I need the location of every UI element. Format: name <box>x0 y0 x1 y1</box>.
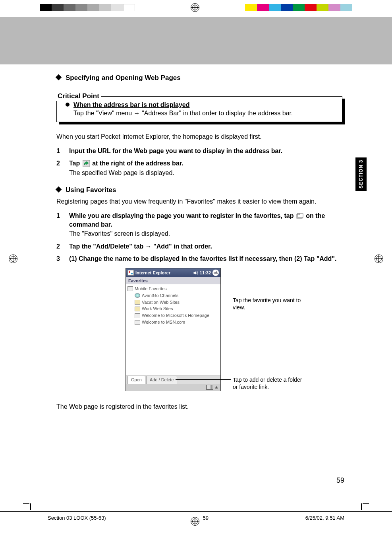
globe-icon <box>135 293 140 298</box>
pda-favorites-list: Mobile Favorites AvantGo Channels Vacati… <box>126 284 220 375</box>
doc-icon <box>127 286 133 291</box>
critical-point-box: Critical Point When the address bar is n… <box>56 96 342 122</box>
ok-button[interactable]: ok <box>212 270 219 276</box>
windows-flag-icon <box>127 270 134 276</box>
speaker-icon: ◀ξ <box>193 270 198 276</box>
list-item-label: Work Web Sites <box>142 306 173 312</box>
tab-open[interactable]: Open <box>127 376 145 384</box>
keyboard-icon[interactable] <box>206 385 213 390</box>
favorites-folder-icon <box>296 213 303 219</box>
bullet-icon <box>66 103 70 107</box>
tab-add-delete[interactable]: Add / Delete <box>146 376 178 384</box>
pda-screenshot-area: Internet Explorer ◀ξ 11:32 ok Favorites … <box>56 268 342 395</box>
fav-step-1: 1 While you are displaying the page you … <box>56 212 342 238</box>
step-2-sub: The specified Web page is displayed. <box>69 169 342 177</box>
svg-rect-3 <box>297 214 299 215</box>
callout-2: Tap to add or delete a folder or favorit… <box>233 376 304 390</box>
doc-icon <box>135 320 140 325</box>
heading-text: Specifying and Opening Web Pages <box>66 74 181 82</box>
step-2-text-b: at the right of the address bar. <box>92 160 183 167</box>
step-2-text-a: Tap <box>69 160 80 167</box>
step-1: 1 Input the URL for the Web page you wan… <box>56 147 342 155</box>
fav-step-2: 2 Tap the "Add/Delete" tab → "Add" in th… <box>56 242 342 251</box>
callout-line <box>176 379 231 380</box>
folder-icon <box>135 307 140 311</box>
fav-step-3-text: (1) Change the name to be displayed in t… <box>69 254 342 263</box>
step-number: 1 <box>56 212 69 238</box>
registration-mark-icon <box>9 254 17 263</box>
pda-subtitle: Favorites <box>126 277 220 284</box>
diamond-bullet-icon <box>56 186 62 193</box>
heading-specifying: Specifying and Opening Web Pages <box>56 74 342 83</box>
intro-paragraph: When you start Pocket Internet Explorer,… <box>56 132 342 141</box>
critical-body: Tap the "View" menu → "Address Bar" in t… <box>73 109 293 118</box>
go-arrow-icon <box>83 160 90 167</box>
diamond-bullet-icon <box>56 74 62 81</box>
list-item-label: Welcome to Microsoft's Homepage <box>142 313 209 319</box>
list-item-label: AvantGo Channels <box>142 293 178 299</box>
step-1-text: Input the URL for the Web page you want … <box>69 147 342 155</box>
pda-app-title: Internet Explorer <box>135 270 191 276</box>
footer-center: 59 <box>203 515 208 521</box>
list-item-label: Mobile Favorites <box>135 286 167 292</box>
list-item[interactable]: Vacation Web Sites <box>127 299 219 306</box>
fav-step-1-sub: The "Favorites" screen is displayed. <box>69 229 342 238</box>
print-color-bar-left <box>40 4 135 11</box>
registration-mark-icon <box>375 254 383 263</box>
footer: Section 03 LOOX (55-63) 59 6/25/02, 9:51… <box>0 511 392 521</box>
pda-time: 11:32 <box>200 270 211 276</box>
pda-screenshot: Internet Explorer ◀ξ 11:32 ok Favorites … <box>126 268 221 391</box>
outro-paragraph: The Web page is registered in the favori… <box>56 402 342 411</box>
page-content: Specifying and Opening Web Pages Critica… <box>56 74 342 417</box>
fav-step-1-text-a: While you are displaying the page you wa… <box>69 212 294 219</box>
footer-left: Section 03 LOOX (55-63) <box>48 515 106 521</box>
doc-icon <box>135 313 140 318</box>
header-grey-band <box>0 17 392 64</box>
list-item-label: Vacation Web Sites <box>142 299 180 305</box>
pda-titlebar: Internet Explorer ◀ξ 11:32 ok <box>126 268 220 277</box>
step-number: 1 <box>56 147 69 155</box>
list-item[interactable]: Mobile Favorites <box>127 286 219 292</box>
list-item-label: Welcome to MSN.com <box>142 319 185 325</box>
footer-right: 6/25/02, 9:51 AM <box>305 515 344 521</box>
list-item[interactable]: Welcome to Microsoft's Homepage <box>127 312 219 319</box>
up-arrow-icon[interactable] <box>215 386 218 388</box>
step-number: 3 <box>56 254 69 263</box>
fav-step-2-text: Tap the "Add/Delete" tab → "Add" in that… <box>69 242 342 251</box>
list-item[interactable]: AvantGo Channels <box>127 292 219 299</box>
step-number: 2 <box>56 159 69 177</box>
print-color-bar-right <box>245 4 352 11</box>
step-number: 2 <box>56 242 69 251</box>
page-number: 59 <box>336 476 344 485</box>
registration-mark-icon <box>191 3 199 12</box>
favorites-intro: Registering pages that you view frequent… <box>56 197 342 206</box>
list-item[interactable]: Work Web Sites <box>127 305 219 312</box>
fav-step-3: 3 (1) Change the name to be displayed in… <box>56 254 342 263</box>
heading-text: Using Favorites <box>66 186 116 194</box>
section-tab: SECTION 3 <box>355 157 367 191</box>
step-2: 2 Tap at the right of the address bar. T… <box>56 159 342 177</box>
callout-1: Tap the favorite you want to view. <box>233 297 304 311</box>
heading-favorites: Using Favorites <box>56 186 342 195</box>
pda-bottom-bar <box>126 384 220 391</box>
critical-heading: When the address bar is not displayed <box>73 101 293 109</box>
callout-line <box>212 300 231 300</box>
list-item[interactable]: Welcome to MSN.com <box>127 319 219 326</box>
folder-icon <box>135 300 140 305</box>
critical-point-legend: Critical Point <box>56 92 101 101</box>
